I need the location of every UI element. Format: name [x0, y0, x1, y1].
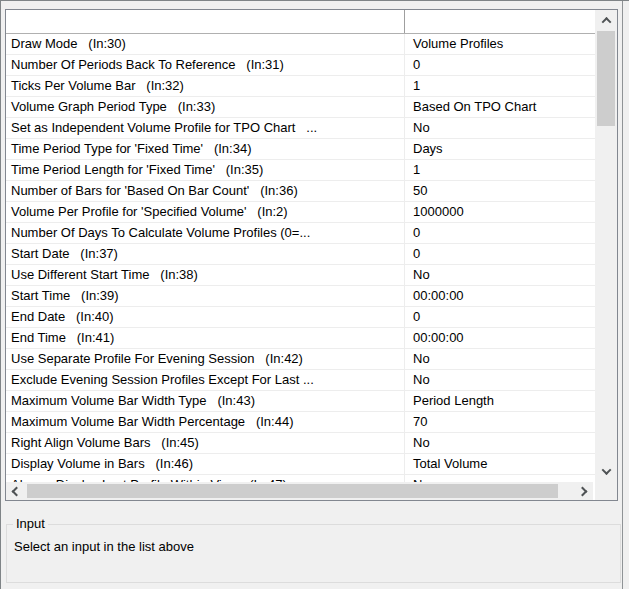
scroll-right-button[interactable] [572, 482, 593, 500]
vertical-scrollbar-track[interactable] [595, 31, 617, 461]
row-input-value: 0 [405, 244, 595, 264]
row-input-name: Use Separate Profile For Evening Session… [6, 349, 405, 369]
row-input-name: End Time (In:41) [6, 328, 405, 348]
inputs-listview: Input Name Input Value Draw Mode (In:30)… [5, 9, 618, 501]
row-input-value: Volume Profiles [405, 34, 595, 54]
row-input-value: Period Length [405, 391, 595, 411]
table-row[interactable]: End Time (In:41) 00:00:00 [6, 328, 595, 349]
row-input-value: Total Volume [405, 454, 595, 474]
chevron-left-icon [12, 486, 22, 496]
horizontal-scrollbar-track[interactable] [27, 482, 572, 500]
table-row[interactable]: Always Display Last Profile Within View … [6, 475, 595, 482]
chevron-up-icon [601, 17, 611, 27]
row-input-value: 70 [405, 412, 595, 432]
table-row[interactable]: Start Date (In:37) 0 [6, 244, 595, 265]
row-input-name: Start Time (In:39) [6, 286, 405, 306]
input-groupbox-message: Select an input in the list above [14, 538, 194, 556]
row-input-name: Set as Independent Volume Profile for TP… [6, 118, 405, 138]
row-input-name: Volume Graph Period Type (In:33) [6, 97, 405, 117]
row-input-name: Display Volume in Bars (In:46) [6, 454, 405, 474]
row-input-value: Based On TPO Chart [405, 97, 595, 117]
table-row[interactable]: Time Period Length for 'Fixed Time' (In:… [6, 160, 595, 181]
row-input-name: Time Period Length for 'Fixed Time' (In:… [6, 160, 405, 180]
row-input-value: No [405, 475, 595, 482]
panel-right-edge [622, 1, 623, 589]
row-input-name: Draw Mode (In:30) [6, 34, 405, 54]
table-row[interactable]: Maximum Volume Bar Width Type (In:43) Pe… [6, 391, 595, 412]
chevron-down-icon [601, 465, 611, 475]
row-input-value: 00:00:00 [405, 328, 595, 348]
vertical-scrollbar[interactable] [595, 10, 617, 482]
table-row[interactable]: Volume Per Profile for 'Specified Volume… [6, 202, 595, 223]
row-input-value: No [405, 349, 595, 369]
row-input-name: Time Period Type for 'Fixed Time' (In:34… [6, 139, 405, 159]
row-input-name: Maximum Volume Bar Width Type (In:43) [6, 391, 405, 411]
listview-rows: Draw Mode (In:30) Volume Profiles Number… [6, 34, 595, 482]
row-input-name: Always Display Last Profile Within View … [6, 475, 405, 482]
table-row[interactable]: Set as Independent Volume Profile for TP… [6, 118, 595, 139]
row-input-value: Days [405, 139, 595, 159]
table-row[interactable]: Number Of Periods Back To Reference (In:… [6, 55, 595, 76]
row-input-name: Exclude Evening Session Profiles Except … [6, 370, 405, 390]
row-input-value: No [405, 370, 595, 390]
row-input-name: Volume Per Profile for 'Specified Volume… [6, 202, 405, 222]
row-input-name: Right Align Volume Bars (In:45) [6, 433, 405, 453]
table-row[interactable]: Start Time (In:39) 00:00:00 [6, 286, 595, 307]
table-row[interactable]: Number of Bars for 'Based On Bar Count' … [6, 181, 595, 202]
table-row[interactable]: Time Period Type for 'Fixed Time' (In:34… [6, 139, 595, 160]
row-input-value: 0 [405, 307, 595, 327]
table-row[interactable]: End Date (In:40) 0 [6, 307, 595, 328]
vertical-scrollbar-thumb[interactable] [597, 31, 615, 126]
chevron-right-icon [578, 486, 588, 496]
row-input-value: No [405, 433, 595, 453]
scroll-up-button[interactable] [595, 10, 617, 31]
row-input-value: 1000000 [405, 202, 595, 222]
table-row[interactable]: Maximum Volume Bar Width Percentage (In:… [6, 412, 595, 433]
table-row[interactable]: Display Volume in Bars (In:46) Total Vol… [6, 454, 595, 475]
row-input-name: Maximum Volume Bar Width Percentage (In:… [6, 412, 405, 432]
table-row[interactable]: Volume Graph Period Type (In:33) Based O… [6, 97, 595, 118]
scrollbar-corner [595, 482, 617, 500]
table-row[interactable]: Right Align Volume Bars (In:45) No [6, 433, 595, 454]
input-groupbox: Input Select an input in the list above [6, 524, 621, 583]
table-row[interactable]: Use Different Start Time (In:38) No [6, 265, 595, 286]
table-row[interactable]: Number Of Days To Calculate Volume Profi… [6, 223, 595, 244]
row-input-value: No [405, 265, 595, 285]
row-input-value: 00:00:00 [405, 286, 595, 306]
listview-header: Input Name Input Value [6, 10, 595, 34]
row-input-name: Number Of Periods Back To Reference (In:… [6, 55, 405, 75]
row-input-name: Use Different Start Time (In:38) [6, 265, 405, 285]
study-settings-panel: Input Name Input Value Draw Mode (In:30)… [0, 0, 629, 589]
row-input-name: Start Date (In:37) [6, 244, 405, 264]
row-input-value: 1 [405, 160, 595, 180]
input-groupbox-title: Input [13, 516, 48, 532]
column-header-input-name[interactable]: Input Name [6, 10, 405, 33]
table-row[interactable]: Exclude Evening Session Profiles Except … [6, 370, 595, 391]
row-input-name: Number of Bars for 'Based On Bar Count' … [6, 181, 405, 201]
scroll-left-button[interactable] [6, 482, 27, 500]
scroll-down-button[interactable] [595, 461, 617, 482]
row-input-value: 1 [405, 76, 595, 96]
row-input-name: Ticks Per Volume Bar (In:32) [6, 76, 405, 96]
row-input-value: No [405, 118, 595, 138]
row-input-value: 0 [405, 55, 595, 75]
horizontal-scrollbar[interactable] [6, 482, 593, 500]
table-row[interactable]: Draw Mode (In:30) Volume Profiles [6, 34, 595, 55]
row-input-name: Number Of Days To Calculate Volume Profi… [6, 223, 405, 243]
table-row[interactable]: Use Separate Profile For Evening Session… [6, 349, 595, 370]
row-input-value: 50 [405, 181, 595, 201]
horizontal-scrollbar-thumb[interactable] [27, 484, 558, 498]
row-input-value: 0 [405, 223, 595, 243]
column-header-input-value[interactable]: Input Value [405, 10, 595, 33]
row-input-name: End Date (In:40) [6, 307, 405, 327]
table-row[interactable]: Ticks Per Volume Bar (In:32) 1 [6, 76, 595, 97]
